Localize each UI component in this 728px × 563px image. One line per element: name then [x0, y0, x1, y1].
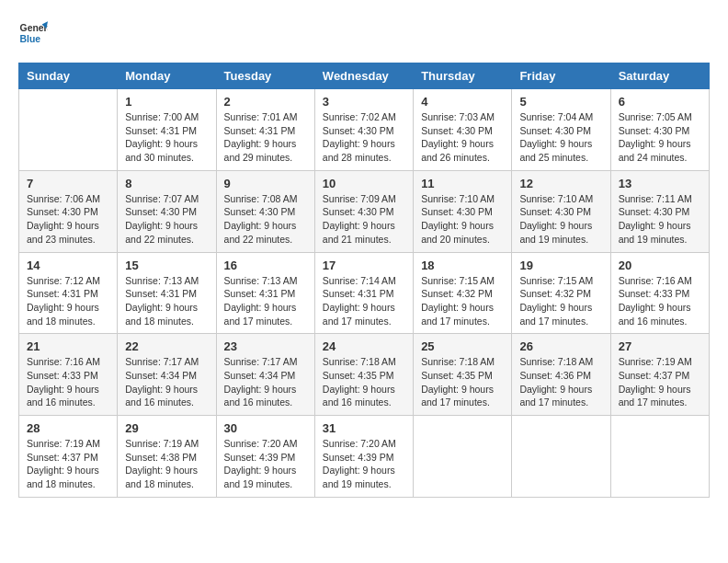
calendar-week-4: 21Sunrise: 7:16 AM Sunset: 4:33 PM Dayli… — [19, 334, 710, 416]
day-number: 5 — [519, 95, 602, 109]
day-number: 9 — [224, 177, 307, 190]
day-content: Sunrise: 7:05 AM Sunset: 4:30 PM Dayligh… — [619, 110, 701, 165]
day-number: 3 — [323, 95, 405, 109]
day-content: Sunrise: 7:13 AM Sunset: 4:31 PM Dayligh… — [125, 274, 208, 328]
weekday-header-saturday: Saturday — [610, 63, 709, 89]
calendar-cell: 18Sunrise: 7:15 AM Sunset: 4:32 PM Dayli… — [414, 252, 512, 334]
calendar-cell: 31Sunrise: 7:20 AM Sunset: 4:39 PM Dayli… — [314, 416, 413, 498]
day-content: Sunrise: 7:10 AM Sunset: 4:30 PM Dayligh… — [519, 192, 602, 247]
calendar-cell: 8Sunrise: 7:07 AM Sunset: 4:30 PM Daylig… — [118, 170, 216, 252]
day-content: Sunrise: 7:02 AM Sunset: 4:30 PM Dayligh… — [323, 110, 405, 165]
calendar-cell: 2Sunrise: 7:01 AM Sunset: 4:31 PM Daylig… — [216, 89, 314, 171]
calendar-cell: 7Sunrise: 7:06 AM Sunset: 4:30 PM Daylig… — [19, 170, 118, 252]
day-number: 22 — [125, 339, 208, 353]
calendar-cell: 3Sunrise: 7:02 AM Sunset: 4:30 PM Daylig… — [314, 89, 413, 171]
day-content: Sunrise: 7:11 AM Sunset: 4:30 PM Dayligh… — [619, 192, 701, 247]
day-content: Sunrise: 7:14 AM Sunset: 4:31 PM Dayligh… — [323, 274, 405, 328]
calendar-cell: 11Sunrise: 7:10 AM Sunset: 4:30 PM Dayli… — [414, 170, 512, 252]
day-number: 4 — [421, 95, 504, 109]
day-content: Sunrise: 7:20 AM Sunset: 4:39 PM Dayligh… — [224, 437, 307, 491]
day-number: 26 — [519, 339, 602, 353]
calendar-cell: 26Sunrise: 7:18 AM Sunset: 4:36 PM Dayli… — [512, 334, 610, 416]
weekday-header-friday: Friday — [512, 63, 610, 89]
day-content: Sunrise: 7:16 AM Sunset: 4:33 PM Dayligh… — [619, 274, 701, 328]
calendar-week-3: 14Sunrise: 7:12 AM Sunset: 4:31 PM Dayli… — [19, 252, 710, 334]
day-number: 24 — [323, 339, 405, 353]
calendar-week-1: 1Sunrise: 7:00 AM Sunset: 4:31 PM Daylig… — [19, 89, 710, 171]
day-number: 8 — [125, 177, 208, 190]
day-content: Sunrise: 7:18 AM Sunset: 4:35 PM Dayligh… — [421, 355, 504, 409]
day-content: Sunrise: 7:18 AM Sunset: 4:35 PM Dayligh… — [323, 355, 405, 409]
calendar-cell: 24Sunrise: 7:18 AM Sunset: 4:35 PM Dayli… — [314, 334, 413, 416]
calendar-cell — [19, 89, 118, 171]
day-number: 18 — [421, 259, 504, 272]
day-number: 19 — [519, 259, 602, 272]
day-content: Sunrise: 7:19 AM Sunset: 4:38 PM Dayligh… — [125, 437, 208, 491]
day-content: Sunrise: 7:18 AM Sunset: 4:36 PM Dayligh… — [519, 355, 602, 409]
day-content: Sunrise: 7:04 AM Sunset: 4:30 PM Dayligh… — [519, 110, 602, 165]
day-content: Sunrise: 7:08 AM Sunset: 4:30 PM Dayligh… — [224, 192, 307, 247]
calendar-week-5: 28Sunrise: 7:19 AM Sunset: 4:37 PM Dayli… — [19, 416, 710, 498]
calendar-week-2: 7Sunrise: 7:06 AM Sunset: 4:30 PM Daylig… — [19, 170, 710, 252]
calendar-table: SundayMondayTuesdayWednesdayThursdayFrid… — [18, 63, 710, 498]
weekday-header-thursday: Thursday — [414, 63, 512, 89]
calendar-cell: 17Sunrise: 7:14 AM Sunset: 4:31 PM Dayli… — [314, 252, 413, 334]
day-content: Sunrise: 7:19 AM Sunset: 4:37 PM Dayligh… — [27, 437, 109, 491]
weekday-header-wednesday: Wednesday — [314, 63, 413, 89]
day-content: Sunrise: 7:15 AM Sunset: 4:32 PM Dayligh… — [421, 274, 504, 328]
calendar-cell: 1Sunrise: 7:00 AM Sunset: 4:31 PM Daylig… — [118, 89, 216, 171]
day-number: 1 — [125, 95, 208, 109]
calendar-cell: 5Sunrise: 7:04 AM Sunset: 4:30 PM Daylig… — [512, 89, 610, 171]
day-number: 11 — [421, 177, 504, 190]
calendar-cell: 12Sunrise: 7:10 AM Sunset: 4:30 PM Dayli… — [512, 170, 610, 252]
calendar-cell: 28Sunrise: 7:19 AM Sunset: 4:37 PM Dayli… — [19, 416, 118, 498]
calendar-cell: 14Sunrise: 7:12 AM Sunset: 4:31 PM Dayli… — [19, 252, 118, 334]
calendar-cell: 27Sunrise: 7:19 AM Sunset: 4:37 PM Dayli… — [610, 334, 709, 416]
calendar-cell: 19Sunrise: 7:15 AM Sunset: 4:32 PM Dayli… — [512, 252, 610, 334]
day-number: 14 — [27, 259, 109, 272]
calendar-cell: 21Sunrise: 7:16 AM Sunset: 4:33 PM Dayli… — [19, 334, 118, 416]
calendar-cell: 22Sunrise: 7:17 AM Sunset: 4:34 PM Dayli… — [118, 334, 216, 416]
calendar-cell: 13Sunrise: 7:11 AM Sunset: 4:30 PM Dayli… — [610, 170, 709, 252]
page-header: General Blue — [18, 18, 710, 48]
day-content: Sunrise: 7:10 AM Sunset: 4:30 PM Dayligh… — [421, 192, 504, 247]
day-number: 28 — [27, 421, 109, 435]
day-number: 15 — [125, 259, 208, 272]
day-content: Sunrise: 7:06 AM Sunset: 4:30 PM Dayligh… — [27, 192, 109, 247]
calendar-cell: 4Sunrise: 7:03 AM Sunset: 4:30 PM Daylig… — [414, 89, 512, 171]
day-content: Sunrise: 7:20 AM Sunset: 4:39 PM Dayligh… — [323, 437, 405, 491]
day-content: Sunrise: 7:01 AM Sunset: 4:31 PM Dayligh… — [224, 110, 307, 165]
day-content: Sunrise: 7:03 AM Sunset: 4:30 PM Dayligh… — [421, 110, 504, 165]
calendar-cell — [512, 416, 610, 498]
weekday-header-tuesday: Tuesday — [216, 63, 314, 89]
day-content: Sunrise: 7:09 AM Sunset: 4:30 PM Dayligh… — [323, 192, 405, 247]
day-number: 12 — [519, 177, 602, 190]
day-number: 31 — [323, 421, 405, 435]
calendar-cell: 9Sunrise: 7:08 AM Sunset: 4:30 PM Daylig… — [216, 170, 314, 252]
day-content: Sunrise: 7:16 AM Sunset: 4:33 PM Dayligh… — [27, 355, 109, 409]
calendar-cell: 15Sunrise: 7:13 AM Sunset: 4:31 PM Dayli… — [118, 252, 216, 334]
weekday-header-row: SundayMondayTuesdayWednesdayThursdayFrid… — [19, 63, 710, 89]
day-number: 10 — [323, 177, 405, 190]
calendar-cell: 16Sunrise: 7:13 AM Sunset: 4:31 PM Dayli… — [216, 252, 314, 334]
day-content: Sunrise: 7:13 AM Sunset: 4:31 PM Dayligh… — [224, 274, 307, 328]
day-content: Sunrise: 7:17 AM Sunset: 4:34 PM Dayligh… — [125, 355, 208, 409]
day-number: 6 — [619, 95, 701, 109]
day-number: 25 — [421, 339, 504, 353]
day-content: Sunrise: 7:00 AM Sunset: 4:31 PM Dayligh… — [125, 110, 208, 165]
day-content: Sunrise: 7:12 AM Sunset: 4:31 PM Dayligh… — [27, 274, 109, 328]
logo: General Blue — [18, 18, 51, 48]
day-content: Sunrise: 7:17 AM Sunset: 4:34 PM Dayligh… — [224, 355, 307, 409]
day-content: Sunrise: 7:07 AM Sunset: 4:30 PM Dayligh… — [125, 192, 208, 247]
calendar-cell: 29Sunrise: 7:19 AM Sunset: 4:38 PM Dayli… — [118, 416, 216, 498]
day-number: 2 — [224, 95, 307, 109]
day-number: 29 — [125, 421, 208, 435]
day-number: 30 — [224, 421, 307, 435]
day-number: 21 — [27, 339, 109, 353]
calendar-cell: 20Sunrise: 7:16 AM Sunset: 4:33 PM Dayli… — [610, 252, 709, 334]
day-number: 23 — [224, 339, 307, 353]
calendar-cell: 10Sunrise: 7:09 AM Sunset: 4:30 PM Dayli… — [314, 170, 413, 252]
day-number: 17 — [323, 259, 405, 272]
day-number: 27 — [619, 339, 701, 353]
day-content: Sunrise: 7:15 AM Sunset: 4:32 PM Dayligh… — [519, 274, 602, 328]
